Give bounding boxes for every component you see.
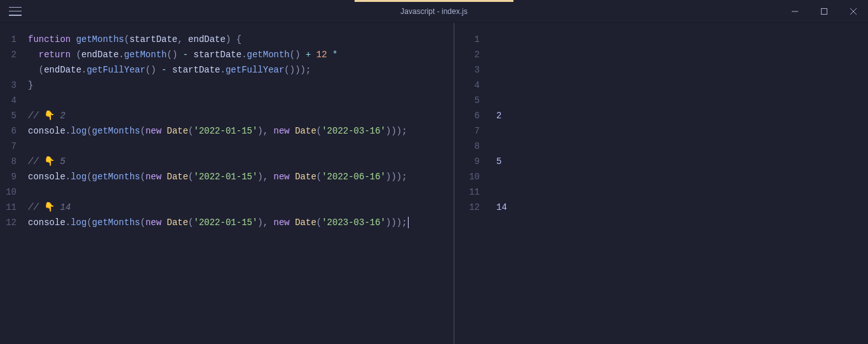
output-line <box>491 139 868 154</box>
code-content[interactable]: function getMonths(startDate, endDate) {… <box>28 32 454 344</box>
line-number: 10 <box>454 169 480 184</box>
line-number: 4 <box>454 78 480 93</box>
line-number: 12 <box>454 200 480 215</box>
active-tab-indicator <box>355 0 513 2</box>
code-line[interactable]: console.log(getMonths(new Date('2022-01-… <box>28 123 454 139</box>
output-line <box>491 47 868 62</box>
svg-rect-0 <box>822 8 827 14</box>
line-number <box>0 62 17 78</box>
line-number: 7 <box>454 123 480 139</box>
output-line <box>491 93 868 108</box>
output-line: 2 <box>491 108 868 123</box>
line-number: 8 <box>454 139 480 154</box>
menu-icon[interactable] <box>9 7 22 16</box>
line-number: 1 <box>0 32 17 47</box>
line-number: 5 <box>0 108 17 123</box>
line-number: 5 <box>454 93 480 108</box>
line-number: 6 <box>0 123 17 139</box>
output-content: 2514 <box>491 32 868 344</box>
line-number: 12 <box>0 215 17 230</box>
output-line <box>491 62 868 78</box>
line-gutter-left: 123456789101112 <box>0 32 28 344</box>
line-number: 2 <box>0 47 17 62</box>
line-number: 6 <box>454 108 480 123</box>
line-number: 2 <box>454 47 480 62</box>
code-line[interactable]: (endDate.getFullYear() - startDate.getFu… <box>28 62 454 78</box>
window-controls <box>780 0 868 23</box>
code-line[interactable]: function getMonths(startDate, endDate) { <box>28 32 454 47</box>
maximize-button[interactable] <box>810 0 839 23</box>
output-line <box>491 169 868 184</box>
code-line[interactable]: } <box>28 78 454 93</box>
code-line[interactable]: // 👇 2 <box>28 108 454 123</box>
line-number: 9 <box>454 154 480 169</box>
code-line[interactable] <box>28 93 454 108</box>
titlebar-left <box>5 7 22 16</box>
line-number: 4 <box>0 93 17 108</box>
editor-area: 123456789101112 function getMonths(start… <box>0 23 868 344</box>
code-line[interactable] <box>28 184 454 200</box>
minimize-button[interactable] <box>780 0 810 23</box>
code-line[interactable]: // 👇 14 <box>28 200 454 215</box>
window-title: Javascript - index.js <box>400 7 467 16</box>
code-line[interactable]: console.log(getMonths(new Date('2022-01-… <box>28 169 454 184</box>
output-line: 14 <box>491 200 868 215</box>
line-number: 1 <box>454 32 480 47</box>
output-pane[interactable]: 123456789101112 2514 <box>454 23 868 344</box>
text-cursor <box>408 217 409 228</box>
code-line[interactable]: return (endDate.getMonth() - startDate.g… <box>28 47 454 62</box>
output-line <box>491 32 868 47</box>
code-pane[interactable]: 123456789101112 function getMonths(start… <box>0 23 454 344</box>
output-line <box>491 123 868 139</box>
line-number: 3 <box>454 62 480 78</box>
line-number: 11 <box>454 184 480 200</box>
code-line[interactable] <box>28 139 454 154</box>
code-line[interactable]: // 👇 5 <box>28 154 454 169</box>
line-number: 10 <box>0 184 17 200</box>
output-line <box>491 78 868 93</box>
line-gutter-right: 123456789101112 <box>454 32 491 344</box>
output-line <box>491 184 868 200</box>
line-number: 3 <box>0 78 17 93</box>
code-line[interactable]: console.log(getMonths(new Date('2022-01-… <box>28 215 454 230</box>
close-button[interactable] <box>839 0 868 23</box>
line-number: 9 <box>0 169 17 184</box>
line-number: 7 <box>0 139 17 154</box>
titlebar: Javascript - index.js <box>0 0 868 23</box>
output-line: 5 <box>491 154 868 169</box>
line-number: 11 <box>0 200 17 215</box>
line-number: 8 <box>0 154 17 169</box>
